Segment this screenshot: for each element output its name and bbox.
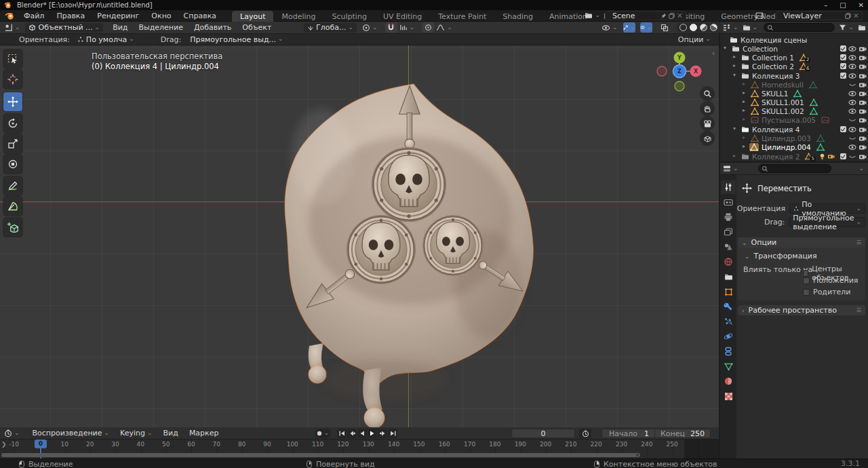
hide-eye-icon[interactable] [848, 54, 856, 62]
properties-editor-type-icon[interactable] [723, 165, 738, 173]
disable-render-icon[interactable] [859, 62, 867, 71]
disable-render-icon[interactable] [859, 116, 867, 124]
collection-checkbox[interactable] [840, 63, 846, 69]
props-tab-physics[interactable] [721, 330, 736, 343]
next-keyframe-button[interactable] [378, 429, 387, 438]
gizmos-toggle[interactable] [623, 22, 635, 33]
hide-eye-icon[interactable] [848, 45, 856, 53]
collection-checkbox[interactable] [840, 153, 846, 159]
props-tab-data[interactable] [721, 359, 736, 373]
collection-checkbox[interactable] [840, 73, 846, 79]
snap-target-icon[interactable] [399, 24, 415, 31]
playback-menu[interactable]: Воспроизведение [27, 429, 115, 437]
keying-menu[interactable]: Keying [115, 429, 158, 437]
outliner-row-skull1[interactable]: ▸ SKULL1 [720, 89, 868, 98]
new-collection-icon[interactable] [858, 24, 866, 32]
props-tab-particles[interactable] [721, 315, 736, 328]
sidebar-collapse-arrow[interactable]: ‹ [712, 50, 715, 57]
menu-add[interactable]: Добавить [189, 23, 237, 32]
shading-material-icon[interactable] [700, 24, 707, 31]
outliner-row-kollekcia4[interactable]: ▾ Коллекция 4 [720, 125, 868, 134]
scene-selector[interactable]: Scene ✕ [605, 11, 686, 20]
hidden-eye-icon[interactable] [848, 116, 856, 124]
menu-help[interactable]: Справка [178, 10, 222, 22]
props-tab-texture[interactable] [721, 389, 736, 403]
tool-select-box[interactable] [3, 50, 22, 69]
tool-transform[interactable] [3, 155, 22, 174]
hide-eye-icon[interactable] [848, 72, 856, 80]
tool-move[interactable] [3, 92, 22, 111]
disable-render-icon[interactable] [859, 134, 867, 142]
pivot-point-icon[interactable] [362, 24, 378, 32]
outliner-row-empty[interactable]: ▸ Пустышка.005 [720, 115, 868, 124]
current-frame-field[interactable]: 0 [511, 429, 575, 438]
tool-measure[interactable] [3, 197, 22, 216]
tool-rotate[interactable] [3, 114, 22, 133]
disable-render-icon[interactable] [859, 72, 867, 80]
timeline-scrollbar[interactable] [1, 453, 640, 457]
outliner-display-mode-icon[interactable] [743, 24, 758, 32]
menu-select[interactable]: Выделение [133, 23, 189, 32]
tool-annotate[interactable] [3, 176, 22, 195]
props-tab-constraints[interactable] [721, 345, 736, 358]
disable-render-icon[interactable] [859, 45, 867, 53]
disable-render-icon[interactable] [859, 90, 867, 98]
timeline-ruler[interactable]: -100102030405060708090100110120130140150… [1, 440, 685, 449]
panel-grip-icon[interactable]: ☰ [856, 307, 862, 313]
props-orientation-dropdown[interactable]: По умолчанию [789, 203, 865, 214]
outliner-filter-icon[interactable] [839, 24, 854, 31]
hide-eye-icon[interactable] [848, 90, 856, 98]
outliner-row-collection2[interactable]: ▸ Collection 2 6 [720, 62, 868, 71]
tab-sculpting[interactable]: Sculpting [324, 11, 375, 22]
hide-eye-icon[interactable] [848, 98, 856, 106]
playhead-handle[interactable]: 0 [35, 440, 47, 448]
tab-layout[interactable]: Layout [232, 11, 273, 22]
shading-solid-icon[interactable] [690, 24, 697, 31]
remove-viewlayer-icon[interactable]: ✕ [853, 12, 859, 20]
toolsettings-drag-dropdown[interactable]: Прямоугольное выд... [186, 35, 286, 44]
disable-render-icon[interactable] [859, 54, 867, 62]
viewlayer-selector[interactable]: ViewLayer ✕ [776, 11, 863, 20]
properties-options-icon[interactable] [856, 164, 864, 173]
marker-menu[interactable]: Маркер [184, 429, 224, 437]
new-viewlayer-icon[interactable] [845, 13, 851, 19]
viewport-options-dropdown[interactable]: Опции [678, 35, 711, 44]
tab-uv-editing[interactable]: UV Editing [375, 11, 430, 22]
outliner-row-skull1-001[interactable]: ▸ SKULL1.001 [720, 98, 868, 106]
disable-render-icon[interactable] [859, 107, 867, 115]
tool-add-cube[interactable] [3, 218, 22, 237]
navigation-gizmo[interactable]: X Y Z [652, 51, 707, 94]
collection-checkbox[interactable] [840, 45, 846, 52]
props-drag-dropdown[interactable]: Прямоугольное выделение [789, 217, 865, 227]
hidden-eye-icon[interactable] [848, 81, 856, 89]
options-panel-header[interactable]: ⌄ Опции ☰ [738, 237, 865, 248]
props-tab-scene[interactable] [721, 240, 736, 254]
disable-render-icon[interactable] [859, 153, 867, 161]
object-visibility-icon[interactable] [601, 24, 618, 32]
pan-view-button[interactable] [700, 101, 715, 116]
minimize-button[interactable]: – [824, 1, 827, 9]
jump-to-start-button[interactable] [337, 429, 347, 438]
tool-cursor[interactable] [3, 70, 22, 89]
ortho-toggle-button[interactable] [700, 131, 715, 146]
camera-view-button[interactable] [700, 116, 715, 131]
viewlayer-browse-icon[interactable] [755, 12, 771, 20]
shading-rendered-icon[interactable] [710, 24, 717, 31]
outliner-row-collection[interactable]: ▾ Collection [720, 44, 868, 53]
close-button[interactable]: ✕ [859, 1, 864, 9]
menu-window[interactable]: Окно [145, 10, 177, 22]
transform-orientation-dropdown[interactable]: Глоба... [304, 23, 357, 33]
hide-eye-icon[interactable] [848, 143, 856, 151]
hidden-eye-icon[interactable] [848, 153, 856, 161]
locations-checkbox[interactable] [803, 277, 810, 284]
disable-render-icon[interactable] [859, 81, 867, 89]
panel-grip-icon[interactable]: ☰ [856, 239, 862, 246]
tab-modeling[interactable]: Modeling [273, 11, 323, 22]
outliner-row-collection1[interactable]: ▸ Collection 1 2 [720, 53, 868, 62]
pin-icon[interactable] [660, 13, 667, 19]
sculpted-model[interactable] [258, 61, 556, 427]
tab-texture-paint[interactable]: Texture Paint [430, 11, 494, 22]
outliner-row-scene-collection[interactable]: Коллекция сцены [720, 35, 868, 44]
timeline-view-menu[interactable]: Вид [158, 429, 184, 437]
timeline-expand-arrow[interactable]: ❯ [1, 441, 7, 448]
